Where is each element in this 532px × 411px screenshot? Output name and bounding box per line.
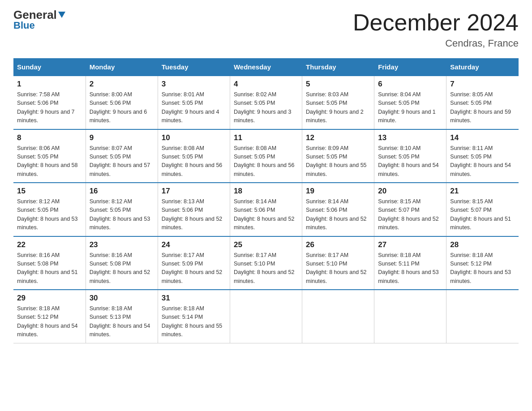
calendar-week-row: 8 Sunrise: 8:06 AM Sunset: 5:05 PM Dayli… xyxy=(13,129,519,183)
table-row: 14 Sunrise: 8:11 AM Sunset: 5:05 PM Dayl… xyxy=(446,129,519,183)
table-row: 26 Sunrise: 8:17 AM Sunset: 5:10 PM Dayl… xyxy=(302,236,374,290)
day-number: 16 xyxy=(90,187,154,196)
table-row: 21 Sunrise: 8:15 AM Sunset: 5:07 PM Dayl… xyxy=(446,183,519,236)
table-row: 27 Sunrise: 8:18 AM Sunset: 5:11 PM Dayl… xyxy=(374,236,446,290)
table-row xyxy=(446,290,519,343)
day-number: 18 xyxy=(234,187,298,196)
logo-blue-text: Blue xyxy=(13,20,35,31)
table-row xyxy=(230,290,302,343)
day-number: 13 xyxy=(378,133,442,142)
day-info: Sunrise: 8:11 AM Sunset: 5:05 PM Dayligh… xyxy=(450,144,515,179)
table-row: 5 Sunrise: 8:03 AM Sunset: 5:05 PM Dayli… xyxy=(302,76,374,129)
day-number: 10 xyxy=(162,133,226,142)
day-info: Sunrise: 8:18 AM Sunset: 5:12 PM Dayligh… xyxy=(450,251,515,286)
day-number: 5 xyxy=(306,80,370,89)
logo-triangle-icon xyxy=(58,12,65,18)
day-info: Sunrise: 8:18 AM Sunset: 5:11 PM Dayligh… xyxy=(378,251,442,286)
col-tuesday: Tuesday xyxy=(158,59,230,76)
day-info: Sunrise: 7:58 AM Sunset: 5:06 PM Dayligh… xyxy=(17,90,82,125)
day-number: 12 xyxy=(306,133,370,142)
col-friday: Friday xyxy=(374,59,446,76)
table-row: 20 Sunrise: 8:15 AM Sunset: 5:07 PM Dayl… xyxy=(374,183,446,236)
day-info: Sunrise: 8:06 AM Sunset: 5:05 PM Dayligh… xyxy=(17,144,82,179)
col-sunday: Sunday xyxy=(13,59,86,76)
table-row: 1 Sunrise: 7:58 AM Sunset: 5:06 PM Dayli… xyxy=(13,76,86,129)
table-row: 4 Sunrise: 8:02 AM Sunset: 5:05 PM Dayli… xyxy=(230,76,302,129)
day-info: Sunrise: 8:00 AM Sunset: 5:06 PM Dayligh… xyxy=(90,90,154,125)
table-row: 11 Sunrise: 8:08 AM Sunset: 5:05 PM Dayl… xyxy=(230,129,302,183)
day-number: 20 xyxy=(378,187,442,196)
page-header: General Blue December 2024 Cendras, Fran… xyxy=(13,9,519,49)
calendar-week-row: 15 Sunrise: 8:12 AM Sunset: 5:05 PM Dayl… xyxy=(13,183,519,236)
table-row: 9 Sunrise: 8:07 AM Sunset: 5:05 PM Dayli… xyxy=(86,129,158,183)
day-info: Sunrise: 8:01 AM Sunset: 5:05 PM Dayligh… xyxy=(162,90,226,125)
day-info: Sunrise: 8:04 AM Sunset: 5:05 PM Dayligh… xyxy=(378,90,442,125)
day-info: Sunrise: 8:16 AM Sunset: 5:08 PM Dayligh… xyxy=(17,251,82,286)
table-row: 3 Sunrise: 8:01 AM Sunset: 5:05 PM Dayli… xyxy=(158,76,230,129)
day-info: Sunrise: 8:15 AM Sunset: 5:07 PM Dayligh… xyxy=(450,197,515,232)
day-number: 21 xyxy=(450,187,515,196)
day-number: 28 xyxy=(450,240,515,249)
table-row: 30 Sunrise: 8:18 AM Sunset: 5:13 PM Dayl… xyxy=(86,290,158,343)
day-number: 14 xyxy=(450,133,515,142)
table-row: 23 Sunrise: 8:16 AM Sunset: 5:08 PM Dayl… xyxy=(86,236,158,290)
day-info: Sunrise: 8:12 AM Sunset: 5:05 PM Dayligh… xyxy=(90,197,154,232)
day-info: Sunrise: 8:13 AM Sunset: 5:06 PM Dayligh… xyxy=(162,197,226,232)
day-number: 24 xyxy=(162,240,226,249)
calendar-week-row: 1 Sunrise: 7:58 AM Sunset: 5:06 PM Dayli… xyxy=(13,76,519,129)
day-info: Sunrise: 8:08 AM Sunset: 5:05 PM Dayligh… xyxy=(162,144,226,179)
day-info: Sunrise: 8:18 AM Sunset: 5:12 PM Dayligh… xyxy=(17,304,82,339)
day-info: Sunrise: 8:15 AM Sunset: 5:07 PM Dayligh… xyxy=(378,197,442,232)
day-info: Sunrise: 8:18 AM Sunset: 5:13 PM Dayligh… xyxy=(90,304,154,339)
col-saturday: Saturday xyxy=(446,59,519,76)
table-row: 17 Sunrise: 8:13 AM Sunset: 5:06 PM Dayl… xyxy=(158,183,230,236)
table-row: 7 Sunrise: 8:05 AM Sunset: 5:05 PM Dayli… xyxy=(446,76,519,129)
title-section: December 2024 Cendras, France xyxy=(353,9,519,49)
table-row: 8 Sunrise: 8:06 AM Sunset: 5:05 PM Dayli… xyxy=(13,129,86,183)
calendar-header-row: Sunday Monday Tuesday Wednesday Thursday… xyxy=(13,59,519,76)
day-info: Sunrise: 8:17 AM Sunset: 5:09 PM Dayligh… xyxy=(162,251,226,286)
table-row: 13 Sunrise: 8:10 AM Sunset: 5:05 PM Dayl… xyxy=(374,129,446,183)
table-row: 31 Sunrise: 8:18 AM Sunset: 5:14 PM Dayl… xyxy=(158,290,230,343)
day-info: Sunrise: 8:12 AM Sunset: 5:05 PM Dayligh… xyxy=(17,197,82,232)
day-number: 26 xyxy=(306,240,370,249)
day-number: 22 xyxy=(17,240,82,249)
day-info: Sunrise: 8:18 AM Sunset: 5:14 PM Dayligh… xyxy=(162,304,226,339)
day-number: 31 xyxy=(162,294,226,303)
day-number: 29 xyxy=(17,294,82,303)
table-row: 12 Sunrise: 8:09 AM Sunset: 5:05 PM Dayl… xyxy=(302,129,374,183)
table-row: 19 Sunrise: 8:14 AM Sunset: 5:06 PM Dayl… xyxy=(302,183,374,236)
day-info: Sunrise: 8:10 AM Sunset: 5:05 PM Dayligh… xyxy=(378,144,442,179)
col-monday: Monday xyxy=(86,59,158,76)
calendar-week-row: 29 Sunrise: 8:18 AM Sunset: 5:12 PM Dayl… xyxy=(13,290,519,343)
day-number: 3 xyxy=(162,80,226,89)
table-row xyxy=(374,290,446,343)
day-number: 27 xyxy=(378,240,442,249)
day-number: 11 xyxy=(234,133,298,142)
table-row: 10 Sunrise: 8:08 AM Sunset: 5:05 PM Dayl… xyxy=(158,129,230,183)
logo-general-text: General xyxy=(13,9,65,21)
day-info: Sunrise: 8:08 AM Sunset: 5:05 PM Dayligh… xyxy=(234,144,298,179)
table-row: 18 Sunrise: 8:14 AM Sunset: 5:06 PM Dayl… xyxy=(230,183,302,236)
day-info: Sunrise: 8:02 AM Sunset: 5:05 PM Dayligh… xyxy=(234,90,298,125)
day-number: 17 xyxy=(162,187,226,196)
location: Cendras, France xyxy=(353,38,519,49)
table-row: 29 Sunrise: 8:18 AM Sunset: 5:12 PM Dayl… xyxy=(13,290,86,343)
day-number: 6 xyxy=(378,80,442,89)
table-row: 24 Sunrise: 8:17 AM Sunset: 5:09 PM Dayl… xyxy=(158,236,230,290)
day-number: 1 xyxy=(17,80,82,89)
month-title: December 2024 xyxy=(353,9,519,36)
day-number: 7 xyxy=(450,80,515,89)
table-row: 6 Sunrise: 8:04 AM Sunset: 5:05 PM Dayli… xyxy=(374,76,446,129)
table-row xyxy=(302,290,374,343)
day-number: 25 xyxy=(234,240,298,249)
day-info: Sunrise: 8:16 AM Sunset: 5:08 PM Dayligh… xyxy=(90,251,154,286)
day-info: Sunrise: 8:17 AM Sunset: 5:10 PM Dayligh… xyxy=(306,251,370,286)
table-row: 2 Sunrise: 8:00 AM Sunset: 5:06 PM Dayli… xyxy=(86,76,158,129)
day-number: 4 xyxy=(234,80,298,89)
table-row: 16 Sunrise: 8:12 AM Sunset: 5:05 PM Dayl… xyxy=(86,183,158,236)
col-thursday: Thursday xyxy=(302,59,374,76)
calendar-week-row: 22 Sunrise: 8:16 AM Sunset: 5:08 PM Dayl… xyxy=(13,236,519,290)
table-row: 25 Sunrise: 8:17 AM Sunset: 5:10 PM Dayl… xyxy=(230,236,302,290)
day-info: Sunrise: 8:09 AM Sunset: 5:05 PM Dayligh… xyxy=(306,144,370,179)
